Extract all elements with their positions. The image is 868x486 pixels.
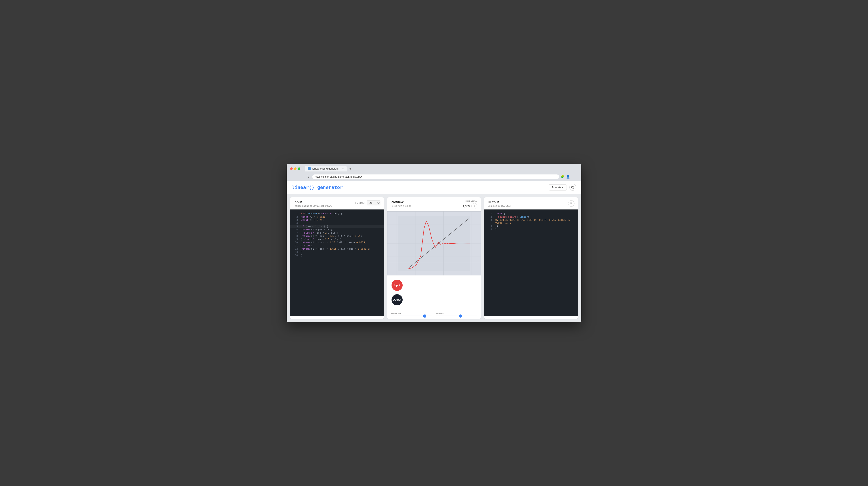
output-panel-header: Output Some shiny new CSS! ⧉ (484, 197, 578, 210)
traffic-lights (290, 168, 300, 170)
back-button[interactable]: ← (293, 175, 298, 179)
menu-button[interactable]: ⋮ (571, 175, 575, 179)
play-pause-button[interactable]: ⏸ (471, 203, 477, 209)
input-panel-header: Input Provide easing as JavaScript or SV… (290, 197, 384, 210)
new-tab-button[interactable]: + (348, 166, 353, 172)
input-panel-title: Input (293, 200, 332, 204)
code-line: 4 ); (484, 224, 578, 227)
title-bar: Linear easing generator ✕ + ← → ↻ 🧩 👤 ⋮ (287, 164, 581, 181)
code-line: 5 } (484, 227, 578, 231)
code-line: 2 const n1 = 7.5625; (290, 215, 384, 218)
output-code[interactable]: 1 :root { 2 --bounce-easing: linear( 3 0… (484, 210, 578, 316)
code-line: 7 } else if (pos < 2 / d1) { (290, 231, 384, 235)
copy-icon: ⧉ (570, 202, 572, 205)
presets-button[interactable]: Presets ▾ (549, 184, 567, 190)
duration-label: DURATION (465, 200, 477, 203)
code-line: 1 self.bounce = function(pos) { (290, 212, 384, 215)
preview-panel-subtitle: Here's how it looks: (391, 205, 411, 207)
code-line: 3 0, 0.063, 0.25 18.2%, 1 36.4%, 0.813, … (484, 218, 578, 224)
code-line: 9 } else if (pos < 2.5 / d1) { (290, 238, 384, 241)
graph-area (387, 211, 481, 275)
tab-title: Linear easing generator (312, 167, 339, 170)
minimize-button[interactable] (294, 168, 297, 170)
simplify-group: SIMPLIFY (391, 312, 432, 316)
output-ball: Output (392, 294, 403, 305)
round-group: ROUND (436, 312, 477, 316)
maximize-button[interactable] (298, 168, 300, 170)
output-panel-subtitle: Some shiny new CSS! (488, 205, 511, 207)
code-line: 10 return n1 * (pos -= 2.25 / d1) * pos … (290, 241, 384, 244)
input-panel-subtitle: Provide easing as JavaScript or SVG (293, 205, 332, 207)
pause-icon: ⏸ (473, 205, 475, 207)
code-line: 13 } (290, 250, 384, 254)
output-panel-title: Output (488, 200, 511, 204)
input-panel: Input Provide easing as JavaScript or SV… (290, 197, 384, 319)
code-line: 2 --bounce-easing: linear( (484, 215, 578, 218)
tab-favicon (308, 167, 311, 170)
output-ball-label: Output (393, 298, 401, 301)
code-line: 5 if (pos < 1 / d1) { (290, 225, 384, 228)
duration-control: DURATION 1,333 ⏸ (463, 200, 477, 209)
copy-button[interactable]: ⧉ (568, 200, 575, 207)
code-line: 12 return n1 * (pos -= 2.625 / d1) * pos… (290, 247, 384, 250)
format-label: FORMAT (355, 202, 365, 204)
app-logo: linear() generator (292, 185, 343, 190)
format-select[interactable]: JS SVG (367, 200, 380, 205)
presets-label: Presets (552, 186, 561, 189)
refresh-button[interactable]: ↻ (306, 175, 311, 179)
duration-value: 1,333 (463, 205, 470, 208)
address-input[interactable] (312, 175, 559, 179)
easing-graph (387, 211, 481, 275)
tab-bar: Linear easing generator ✕ + (305, 166, 578, 172)
profile-button[interactable]: 👤 (566, 175, 570, 179)
input-ball: Input (392, 280, 403, 291)
forward-button[interactable]: → (300, 175, 305, 179)
github-icon (571, 186, 575, 189)
input-ball-label: Input (394, 284, 400, 287)
code-line: 1 :root { (484, 212, 578, 215)
simplify-slider[interactable] (391, 315, 432, 316)
preview-panel-header: Preview Here's how it looks: DURATION 1,… (387, 197, 481, 211)
preview-panel: Preview Here's how it looks: DURATION 1,… (387, 197, 481, 319)
app-header: linear() generator Presets ▾ (287, 181, 581, 194)
code-line: 8 return n1 * (pos -= 1.5 / d1) * pos + … (290, 235, 384, 238)
tab-close-icon[interactable]: ✕ (342, 168, 344, 170)
preview-panel-title: Preview (391, 200, 411, 204)
code-line: 6 return n1 * pos * pos; (290, 228, 384, 231)
code-line: 14 } (290, 254, 384, 257)
sliders-row: SIMPLIFY ROUND (387, 310, 481, 319)
svg-rect-2 (398, 216, 470, 271)
code-line: 3 const d1 = 2.75; (290, 218, 384, 222)
animation-preview: Input Output (387, 275, 481, 310)
browser-tab[interactable]: Linear easing generator ✕ (305, 166, 347, 172)
round-slider[interactable] (436, 315, 477, 316)
code-editor[interactable]: 1 self.bounce = function(pos) { 2 const … (290, 210, 384, 316)
page: linear() generator Presets ▾ Inp (287, 181, 581, 322)
output-panel: Output Some shiny new CSS! ⧉ 1 :root { 2… (484, 197, 578, 319)
code-line: 4 (290, 222, 384, 225)
main-content: Input Provide easing as JavaScript or SV… (287, 194, 581, 322)
address-bar: ← → ↻ 🧩 👤 ⋮ (290, 173, 578, 181)
browser-window: Linear easing generator ✕ + ← → ↻ 🧩 👤 ⋮ … (287, 164, 581, 322)
close-button[interactable] (290, 168, 293, 170)
code-line: 11 } else { (290, 244, 384, 247)
github-button[interactable] (569, 184, 576, 191)
extensions-button[interactable]: 🧩 (561, 175, 564, 179)
format-control: FORMAT JS SVG (355, 200, 380, 205)
chevron-down-icon: ▾ (562, 186, 564, 189)
header-actions: Presets ▾ (549, 184, 576, 191)
